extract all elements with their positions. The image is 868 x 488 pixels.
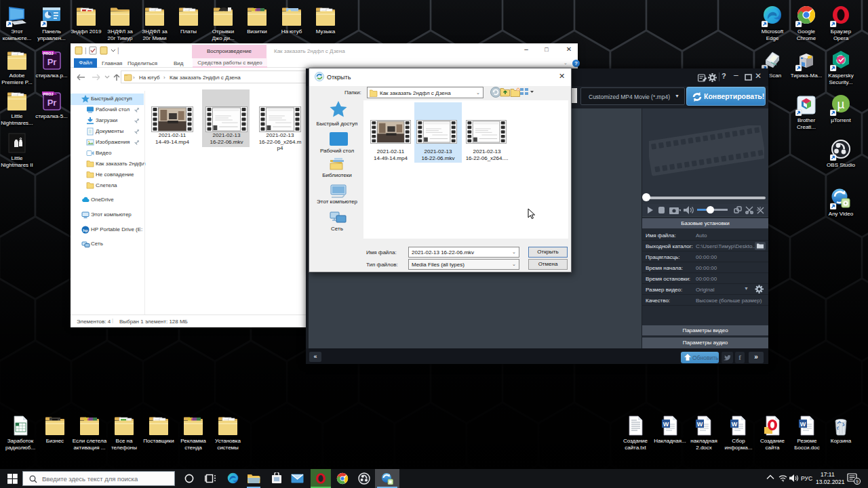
svg-text:W: W: [732, 421, 738, 428]
svg-text:9: 9: [856, 479, 859, 484]
svg-text:W: W: [697, 421, 703, 428]
svg-text:Pr: Pr: [47, 57, 57, 67]
svg-text:hp: hp: [83, 228, 88, 232]
svg-text:µ: µ: [837, 97, 845, 111]
svg-text:|: |: [117, 47, 119, 54]
svg-text:|: |: [85, 47, 87, 54]
svg-text:W: W: [663, 421, 669, 428]
svg-text:Pr: Pr: [47, 98, 57, 108]
svg-text:PROJ: PROJ: [43, 92, 54, 96]
svg-text:PROJ: PROJ: [43, 52, 54, 56]
svg-text:W: W: [800, 421, 806, 428]
